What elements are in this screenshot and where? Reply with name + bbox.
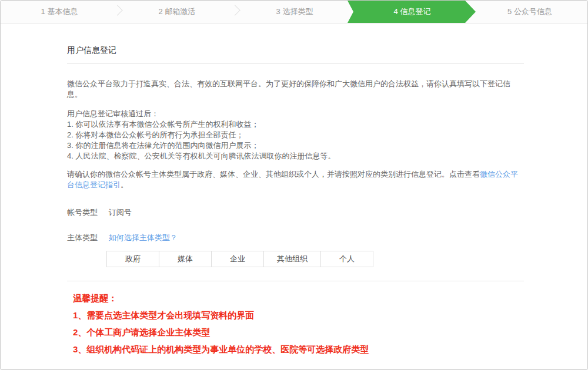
warm-reminder-title: 温馨提醒： (73, 290, 524, 307)
step-label: 2 邮箱激活 (159, 7, 196, 16)
step-4-info-registration: 4 信息登记 (353, 1, 471, 23)
subject-type-row: 主体类型 如何选择主体类型？ (67, 233, 524, 243)
step-progress-bar: 1 基本信息 2 邮箱激活 3 选择类型 4 信息登记 5 公众号信息 (1, 1, 587, 23)
subject-option-other-org[interactable]: 其他组织 (264, 251, 321, 267)
step-label: 4 信息登记 (394, 7, 431, 16)
review-term-item: 3. 你的注册信息将在法律允许的范围内向微信用户展示； (67, 140, 524, 151)
account-type-value: 订阅号 (109, 208, 132, 217)
subject-type-label: 主体类型 (67, 233, 98, 243)
subject-option-media[interactable]: 媒体 (159, 251, 212, 267)
subject-option-individual[interactable]: 个人 (321, 251, 373, 267)
subject-option-government[interactable]: 政府 (107, 251, 159, 267)
review-term-item: 1. 你可以依法享有本微信公众帐号所产生的权利和收益； (67, 119, 524, 130)
confirm-text: 请确认你的微信公众帐号主体类型属于政府、媒体、企业、其他组织或个人，并请按照对应… (67, 170, 480, 179)
page-title: 用户信息登记 (67, 45, 524, 64)
confirm-suffix: 。 (121, 180, 128, 189)
main-content: 用户信息登记 微信公众平台致力于打造真实、合法、有效的互联网平台。为了更好的保障… (67, 45, 524, 358)
step-2-email-activation: 2 邮箱激活 (118, 1, 236, 23)
review-term-item: 4. 人民法院、检察院、公安机关等有权机关可向腾讯依法调取你的注册信息等。 (67, 151, 524, 162)
confirm-paragraph: 请确认你的微信公众帐号主体类型属于政府、媒体、企业、其他组织或个人，并请按照对应… (67, 169, 524, 190)
intro-paragraph: 微信公众平台致力于打造真实、合法、有效的互联网平台。为了更好的保障你和广大微信用… (67, 79, 524, 100)
review-terms-title: 用户信息登记审核通过后： (67, 109, 524, 119)
step-label: 5 公众号信息 (507, 7, 552, 16)
step-1-basic-info: 1 基本信息 (1, 1, 118, 23)
step-label: 3 选择类型 (276, 7, 313, 16)
step-3-select-type: 3 选择类型 (236, 1, 353, 23)
warm-reminder-item: 3、组织机构代码证上的机构类型为事业单位的学校、医院等可选择政府类型 (73, 341, 524, 358)
step-5-account-info: 5 公众号信息 (471, 1, 588, 23)
step-label: 1 基本信息 (41, 7, 78, 16)
how-to-choose-subject-type-link[interactable]: 如何选择主体类型？ (109, 233, 178, 242)
warm-reminder-item: 2、个体工商户请选择企业主体类型 (73, 324, 524, 341)
subject-type-options: 政府 媒体 企业 其他组织 个人 (106, 251, 373, 267)
warm-reminder-item: 1、需要点选主体类型才会出现填写资料的界面 (73, 307, 524, 324)
warm-reminder-block: 温馨提醒： 1、需要点选主体类型才会出现填写资料的界面 2、个体工商户请选择企业… (73, 290, 524, 358)
review-terms-block: 用户信息登记审核通过后： 1. 你可以依法享有本微信公众帐号所产生的权利和收益；… (67, 109, 524, 162)
subject-option-enterprise[interactable]: 企业 (212, 251, 264, 267)
account-type-label: 帐号类型 (67, 207, 98, 218)
review-term-item: 2. 你将对本微信公众帐号的所有行为承担全部责任； (67, 130, 524, 140)
account-type-row: 帐号类型 订阅号 (67, 207, 524, 218)
registration-page: 1 基本信息 2 邮箱激活 3 选择类型 4 信息登记 5 公众号信息 用户信息… (0, 0, 588, 370)
section-divider (67, 281, 524, 281)
